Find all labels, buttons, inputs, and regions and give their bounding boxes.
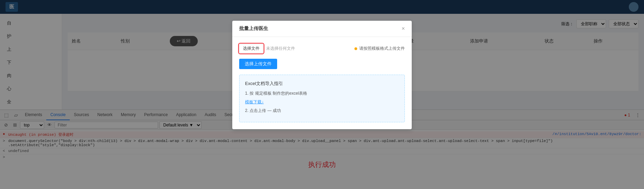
upload-modal: 批量上传医生 × 选择文件 未选择任何文件 请按照模板格式上传文件 选择: [232, 21, 412, 129]
excel-step2: 2. 点击上传 — 成功: [245, 107, 399, 114]
modal-close-button[interactable]: ×: [402, 26, 405, 31]
app-container: 医 自 护 上 下 肉 心 全 筛选： 全部职称 全部状态: [0, 0, 644, 189]
modal-header: 批量上传医生 ×: [232, 21, 412, 37]
file-input-row: 选择文件 未选择任何文件 请按照模板格式上传文件: [239, 44, 405, 53]
file-name-label: 未选择任何文件: [266, 46, 295, 51]
template-hint-text: 请按照模板格式上传文件: [359, 46, 405, 51]
excel-step1: 1. 按 规定模板 制作您的excel表格: [245, 90, 399, 97]
modal-overlay: 批量上传医生 × 选择文件 未选择任何文件 请按照模板格式上传文件 选择: [0, 0, 644, 189]
file-choose-button[interactable]: 选择文件: [239, 44, 263, 53]
hint-dot-icon: [354, 47, 357, 50]
template-download-link[interactable]: 模板下载↓: [245, 100, 264, 104]
modal-body: 选择文件 未选择任何文件 请按照模板格式上传文件 选择上传文件 Excel文档导…: [232, 37, 412, 129]
upload-btn-row: 选择上传文件: [239, 59, 405, 69]
modal-title: 批量上传医生: [239, 26, 268, 32]
template-hint: 请按照模板格式上传文件: [354, 46, 405, 51]
upload-button[interactable]: 选择上传文件: [239, 59, 277, 69]
excel-guide-box: Excel文档导入指引 1. 按 规定模板 制作您的excel表格 模板下载↓ …: [239, 75, 405, 122]
excel-download-link-row: 模板下载↓: [245, 99, 399, 105]
excel-guide-title: Excel文档导入指引: [245, 81, 399, 87]
